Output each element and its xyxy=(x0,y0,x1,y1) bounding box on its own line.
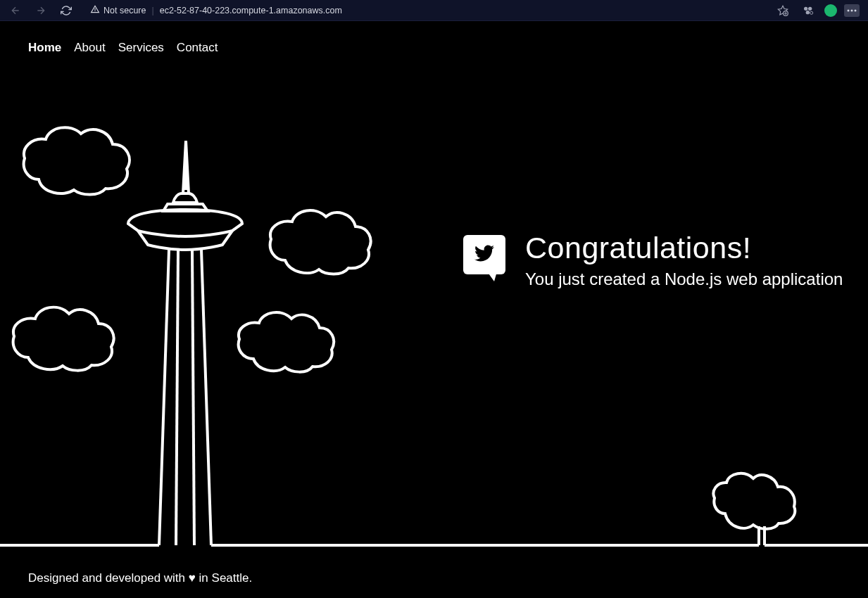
hero-subtitle: You just created a Node.js web applicati… xyxy=(525,269,843,289)
url-text: ec2-52-87-40-223.compute-1.amazonaws.com xyxy=(160,6,342,15)
svg-point-6 xyxy=(851,9,853,11)
address-bar[interactable]: Not secure | ec2-52-87-40-223.compute-1.… xyxy=(90,4,768,16)
hero-title: Congratulations! xyxy=(525,231,843,265)
svg-point-5 xyxy=(848,9,850,11)
hero-section: Congratulations! You just created a Node… xyxy=(463,231,843,289)
browser-toolbar: Not secure | ec2-52-87-40-223.compute-1.… xyxy=(0,0,868,21)
nav-link-about[interactable]: About xyxy=(74,41,105,55)
divider: | xyxy=(151,6,153,15)
twitter-share-button[interactable] xyxy=(463,235,505,274)
svg-point-3 xyxy=(806,11,810,14)
twitter-icon xyxy=(474,243,494,266)
toolbar-right xyxy=(774,1,860,20)
main-nav: Home About Services Contact xyxy=(0,21,868,55)
page-content: Home About Services Contact xyxy=(0,21,868,598)
warning-icon xyxy=(90,4,100,16)
svg-point-1 xyxy=(804,6,807,10)
security-label: Not secure xyxy=(103,6,146,15)
reload-button[interactable] xyxy=(56,1,76,20)
svg-point-2 xyxy=(808,6,812,10)
nav-link-home[interactable]: Home xyxy=(28,41,61,55)
svg-point-4 xyxy=(810,11,813,14)
nav-link-contact[interactable]: Contact xyxy=(177,41,218,55)
nav-link-services[interactable]: Services xyxy=(118,41,164,55)
more-menu-button[interactable] xyxy=(844,4,860,17)
grammarly-icon[interactable] xyxy=(824,4,837,17)
security-indicator[interactable]: Not secure xyxy=(90,4,146,16)
extension-icon[interactable] xyxy=(799,1,817,20)
hero-text: Congratulations! You just created a Node… xyxy=(525,231,843,289)
forward-button[interactable] xyxy=(31,1,51,20)
back-button[interactable] xyxy=(6,1,25,20)
footer-text: Designed and developed with ♥ in Seattle… xyxy=(28,571,252,585)
svg-point-7 xyxy=(855,9,857,11)
seattle-illustration xyxy=(0,21,868,598)
favorites-icon[interactable] xyxy=(774,1,792,20)
